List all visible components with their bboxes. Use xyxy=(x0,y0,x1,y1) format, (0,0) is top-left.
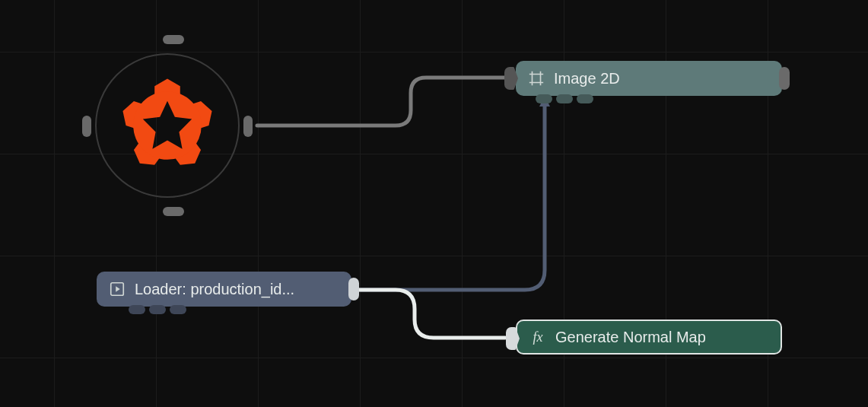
node-loader-label: Loader: production_id... xyxy=(135,281,305,298)
node-graph-canvas[interactable]: Image 2D Loader: production_id... fx Gen… xyxy=(0,0,868,407)
node-normalmap-label: Generate Normal Map xyxy=(555,329,717,346)
node-loader-output-port[interactable] xyxy=(348,278,359,300)
play-box-icon xyxy=(107,279,127,299)
root-port-bottom[interactable] xyxy=(163,207,184,216)
root-port-right[interactable] xyxy=(243,116,253,137)
fx-icon: fx xyxy=(528,327,548,347)
root-port-left[interactable] xyxy=(82,116,91,137)
node-image-2d[interactable]: Image 2D xyxy=(516,61,782,96)
wire-loader-to-image2d xyxy=(358,97,545,290)
wire-loader-to-normalmap xyxy=(358,290,505,338)
node-generate-normal-map[interactable]: fx Generate Normal Map xyxy=(516,320,782,355)
node-loader-param-ports[interactable] xyxy=(129,305,186,314)
node-image-2d-output-port[interactable] xyxy=(779,67,790,90)
root-gear-node[interactable] xyxy=(84,30,251,228)
node-image-2d-label: Image 2D xyxy=(554,70,631,87)
node-loader[interactable]: Loader: production_id... xyxy=(97,272,351,307)
svg-point-7 xyxy=(133,91,202,160)
wire-root-to-image2d xyxy=(257,78,505,126)
node-image-2d-param-ports[interactable] xyxy=(536,94,593,103)
svg-marker-9 xyxy=(116,286,120,291)
node-normalmap-input-port[interactable] xyxy=(506,327,520,350)
gear-star-icon xyxy=(114,72,221,179)
node-image-2d-input-port[interactable] xyxy=(504,67,518,90)
root-port-top[interactable] xyxy=(163,35,184,44)
frame-icon xyxy=(526,68,546,88)
